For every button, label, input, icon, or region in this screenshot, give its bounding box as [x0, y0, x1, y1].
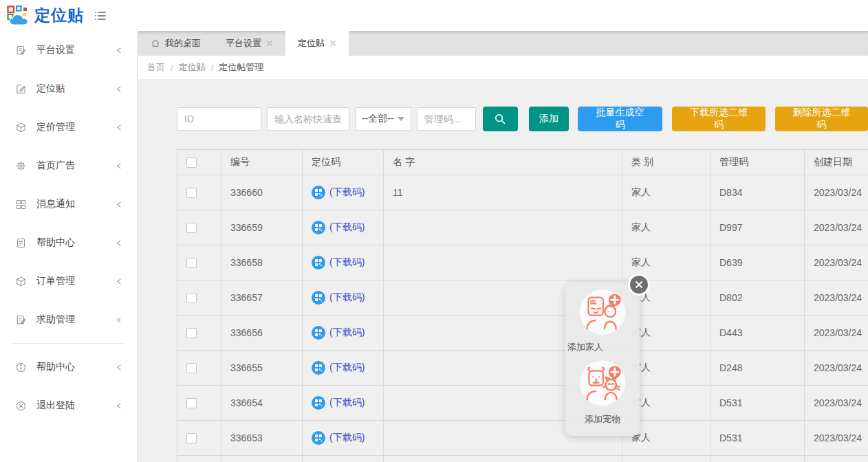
- sidebar-item-label: 定价管理: [36, 121, 116, 133]
- cell-id: 336660: [221, 175, 303, 210]
- col-header-id: 编号: [221, 150, 303, 175]
- chevron-left-icon: [116, 278, 123, 285]
- row-checkbox[interactable]: [186, 398, 197, 408]
- tab-close-icon[interactable]: [266, 40, 273, 47]
- row-checkbox[interactable]: [186, 293, 197, 303]
- cell-mgmt-code: D248: [710, 351, 805, 386]
- select-all-checkbox[interactable]: [186, 157, 197, 168]
- cube-icon: [15, 122, 27, 133]
- sidebar-item-assistance-management[interactable]: 求助管理: [0, 300, 137, 339]
- breadcrumb-separator: /: [211, 63, 214, 73]
- search-button[interactable]: [483, 107, 519, 131]
- download-selected-qr-button[interactable]: 下载所选二维码: [672, 107, 765, 131]
- row-checkbox[interactable]: [186, 363, 197, 373]
- records-table: 编号 定位码 名 字 类 别 管理码 创建日期 336660 (下载码) 11 …: [177, 149, 868, 462]
- sidebar-item-homepage-ads[interactable]: 首页广告: [0, 146, 137, 185]
- sidebar-item-message-notifications[interactable]: 消息通知: [0, 185, 137, 223]
- row-checkbox[interactable]: [186, 258, 197, 268]
- id-input[interactable]: [177, 107, 261, 131]
- qr-code-icon[interactable]: [312, 291, 325, 305]
- table-row: 336653 (下载码) 家人 D531 2023/03/24: [177, 421, 868, 456]
- mgmt-code-input[interactable]: [417, 107, 476, 131]
- document-edit-icon: [15, 45, 27, 56]
- download-code-link[interactable]: (下载码): [329, 397, 365, 409]
- tab-label: 平台设置: [226, 37, 261, 50]
- sidebar-item-help-center-2[interactable]: 帮助中心: [0, 348, 137, 386]
- download-code-link[interactable]: (下载码): [329, 362, 365, 374]
- quick-add-popup: 添加家人 添加宠物: [565, 283, 640, 436]
- chevron-down-icon: [398, 117, 404, 121]
- qr-code-icon[interactable]: [312, 326, 325, 340]
- tab-my-desktop[interactable]: 我的桌面: [138, 31, 213, 56]
- chevron-left-icon: [116, 201, 123, 208]
- popup-close-button[interactable]: [628, 274, 650, 296]
- row-checkbox[interactable]: [186, 433, 197, 443]
- tab-close-icon[interactable]: [329, 40, 336, 47]
- sidebar-item-platform-settings[interactable]: 平台设置: [0, 31, 137, 69]
- main-area: 我的桌面 平台设置 定位贴 首页 / 定位贴 / 定位帖管理 --全部--: [138, 31, 868, 462]
- sidebar-item-label: 求助管理: [36, 314, 116, 326]
- tab-positioning-sticker[interactable]: 定位贴: [285, 31, 349, 56]
- sidebar-item-label: 定位贴: [36, 82, 116, 95]
- cell-created-date: 2023/03/24: [805, 210, 868, 245]
- add-button[interactable]: 添加: [529, 107, 569, 131]
- tab-platform-settings[interactable]: 平台设置: [213, 31, 285, 56]
- breadcrumb-section[interactable]: 定位贴: [179, 61, 206, 74]
- add-family-button[interactable]: [580, 289, 625, 335]
- qr-code-icon[interactable]: [312, 186, 325, 199]
- qr-code-icon[interactable]: [312, 431, 325, 445]
- sidebar-item-label: 首页广告: [36, 160, 116, 172]
- col-header-created-date: 创建日期: [805, 150, 868, 175]
- logo-qr-cloud-icon: [7, 6, 30, 26]
- download-code-link[interactable]: (下载码): [329, 327, 365, 339]
- download-code-link[interactable]: (下载码): [329, 292, 365, 304]
- col-header-name: 名 字: [384, 150, 622, 175]
- qr-code-icon[interactable]: [312, 221, 325, 234]
- row-checkbox[interactable]: [186, 223, 197, 233]
- qr-code-icon[interactable]: [312, 256, 325, 270]
- breadcrumb-home[interactable]: 首页: [147, 61, 165, 74]
- cell-id: 336655: [221, 351, 303, 386]
- cell-mgmt-code: D531: [710, 386, 805, 421]
- breadcrumb-current: 定位帖管理: [219, 61, 263, 74]
- chevron-left-icon: [116, 402, 123, 410]
- table-row: 336658 (下载码) 家人 D639 2023/03/24: [177, 245, 868, 280]
- name-search-input[interactable]: [267, 107, 349, 131]
- batch-generate-button[interactable]: 批量生成空码: [578, 107, 662, 131]
- sidebar-item-pricing-management[interactable]: 定价管理: [0, 108, 137, 146]
- download-code-link[interactable]: (下载码): [329, 221, 365, 234]
- cell-mgmt-code: D531: [710, 421, 805, 456]
- category-select[interactable]: --全部--: [355, 107, 411, 131]
- chevron-left-icon: [116, 85, 123, 93]
- cell-created-date: 2023/03/24: [805, 175, 868, 210]
- cell-mgmt-code: D834: [710, 175, 805, 210]
- download-code-link[interactable]: (下载码): [329, 256, 365, 269]
- cube-icon: [15, 276, 27, 287]
- cell-category: 家人: [622, 175, 710, 210]
- add-pet-button[interactable]: [580, 360, 625, 406]
- sidebar-item-logout[interactable]: 退出登陆: [0, 386, 137, 425]
- col-header-mgmt-code: 管理码: [710, 150, 805, 175]
- add-family-icon: [583, 293, 622, 331]
- sidebar-item-order-management[interactable]: 订单管理: [0, 262, 137, 300]
- download-code-link[interactable]: (下载码): [329, 432, 365, 444]
- delete-selected-qr-button[interactable]: 删除所选二维码: [775, 107, 868, 131]
- cell-mgmt-code: D443: [710, 316, 805, 351]
- add-pet-icon: [583, 364, 622, 402]
- row-checkbox[interactable]: [186, 188, 197, 198]
- row-checkbox[interactable]: [186, 328, 197, 338]
- qr-code-icon[interactable]: [312, 361, 325, 375]
- cell-created-date: 2023/03/24: [805, 316, 868, 351]
- sidebar-item-positioning-sticker[interactable]: 定位贴: [0, 69, 137, 108]
- logout-circle-icon: [15, 400, 27, 412]
- qr-code-icon[interactable]: [312, 396, 325, 410]
- menu-toggle-icon[interactable]: [94, 9, 107, 23]
- cell-created-date: 2023/03/24: [805, 421, 868, 456]
- cell-name: 11: [384, 175, 622, 210]
- sidebar-item-help-center[interactable]: 帮助中心: [0, 223, 137, 262]
- download-code-link[interactable]: (下载码): [329, 186, 365, 199]
- cell-created-date: 2023/03/24: [805, 351, 868, 386]
- cell-id: 336653: [221, 421, 303, 456]
- sidebar-divider: [12, 343, 124, 344]
- cell-mgmt-code: D802: [710, 280, 805, 316]
